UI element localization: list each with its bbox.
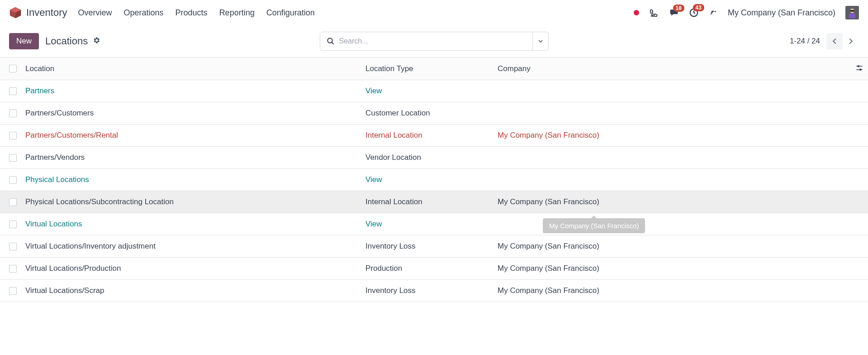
cell-location[interactable]: Virtual Locations/Inventory adjustment	[25, 242, 365, 251]
row-checkbox[interactable]	[9, 176, 17, 184]
row-checkbox-cell	[0, 87, 25, 95]
row-checkbox-cell	[0, 110, 25, 117]
search-box	[320, 32, 549, 51]
svg-point-16	[860, 69, 861, 70]
topnav-right: 18 43 My Company (San Francisco)	[634, 6, 859, 19]
tooltip: My Company (San Francisco)	[543, 218, 645, 233]
row-checkbox[interactable]	[9, 110, 17, 117]
nav-links: Overview Operations Products Reporting C…	[78, 8, 634, 18]
search-main[interactable]	[320, 32, 533, 50]
cell-location[interactable]: Physical Locations/Subcontracting Locati…	[25, 197, 365, 206]
cell-company: My Company (San Francisco)	[498, 242, 868, 251]
pager-next[interactable]	[843, 33, 859, 49]
table-row[interactable]: Partners/CustomersCustomer Location	[0, 102, 868, 125]
nav-products[interactable]: Products	[175, 8, 208, 18]
pager-buttons	[826, 33, 859, 49]
table-row[interactable]: Virtual Locations/ProductionProductionMy…	[0, 258, 868, 280]
cell-location[interactable]: Partners/Vendors	[25, 153, 365, 162]
phone-icon[interactable]	[649, 8, 659, 18]
company-switcher[interactable]: My Company (San Francisco)	[728, 8, 835, 18]
svg-rect-9	[849, 14, 855, 18]
row-checkbox-cell	[0, 132, 25, 139]
row-checkbox-cell	[0, 265, 25, 273]
cell-location[interactable]: Virtual Locations/Production	[25, 264, 365, 273]
row-checkbox[interactable]	[9, 287, 17, 295]
debug-icon[interactable]	[709, 8, 718, 17]
cell-location[interactable]: Partners/Customers/Rental	[25, 131, 365, 140]
pager-text[interactable]: 1-24 / 24	[790, 37, 820, 46]
row-checkbox[interactable]	[9, 198, 17, 206]
row-checkbox[interactable]	[9, 265, 17, 273]
search-dropdown-toggle[interactable]	[533, 32, 548, 50]
cell-type: View	[365, 175, 498, 184]
top-nav: Inventory Overview Operations Products R…	[0, 0, 868, 25]
select-all-checkbox[interactable]	[9, 65, 17, 72]
table-row[interactable]: Physical LocationsView	[0, 169, 868, 191]
cell-location[interactable]: Partners	[25, 86, 365, 96]
row-checkbox[interactable]	[9, 243, 17, 250]
cell-type: Inventory Loss	[365, 242, 498, 251]
app-title[interactable]: Inventory	[26, 7, 67, 19]
table-row[interactable]: Virtual Locations/ScrapInventory LossMy …	[0, 280, 868, 302]
header-location[interactable]: Location	[25, 64, 365, 73]
row-checkbox[interactable]	[9, 87, 17, 95]
cell-company: My Company (San Francisco)	[498, 131, 868, 140]
messages-icon[interactable]: 18	[669, 8, 679, 17]
nav-operations[interactable]: Operations	[124, 8, 164, 18]
header-checkbox-cell	[0, 65, 25, 72]
cell-company: My Company (San Francisco)	[498, 286, 868, 295]
header-type[interactable]: Location Type	[365, 64, 498, 73]
cell-location[interactable]: Virtual Locations/Scrap	[25, 286, 365, 295]
nav-configuration[interactable]: Configuration	[266, 8, 315, 18]
svg-point-5	[654, 16, 654, 16]
svg-point-14	[858, 65, 859, 67]
cell-location[interactable]: Partners/Customers	[25, 109, 365, 118]
activities-badge: 43	[693, 4, 704, 11]
svg-point-11	[327, 38, 332, 43]
search-input[interactable]	[339, 37, 526, 45]
cell-type: Vendor Location	[365, 153, 498, 162]
row-checkbox[interactable]	[9, 132, 17, 139]
cell-company: My Company (San Francisco)My Company (Sa…	[498, 197, 868, 206]
table-row[interactable]: Virtual Locations/Inventory adjustmentIn…	[0, 235, 868, 258]
table-row[interactable]: Virtual LocationsView	[0, 213, 868, 235]
cell-location[interactable]: Virtual Locations	[25, 220, 365, 229]
row-checkbox[interactable]	[9, 221, 17, 228]
row-checkbox-cell	[0, 243, 25, 250]
nav-overview[interactable]: Overview	[78, 8, 112, 18]
table-row[interactable]: Partners/VendorsVendor Location	[0, 147, 868, 169]
chevron-right-icon	[848, 38, 854, 44]
table-area: Location Location Type Company PartnersV…	[0, 57, 868, 302]
table-row[interactable]: Partners/Customers/RentalInternal Locati…	[0, 125, 868, 147]
svg-point-4	[652, 16, 653, 16]
table-row[interactable]: Physical Locations/Subcontracting Locati…	[0, 191, 868, 213]
table-row[interactable]: PartnersView	[0, 80, 868, 102]
app-logo[interactable]	[9, 6, 22, 19]
new-button[interactable]: New	[9, 33, 39, 49]
cell-company: My Company (San Francisco)	[498, 264, 868, 273]
search-icon	[327, 37, 335, 45]
page-title: Locations	[45, 35, 88, 47]
svg-point-3	[651, 16, 652, 16]
row-checkbox-cell	[0, 221, 25, 228]
adjust-columns-icon[interactable]	[855, 64, 863, 74]
cell-type: Internal Location	[365, 197, 498, 206]
svg-rect-10	[850, 10, 854, 12]
recording-indicator	[634, 10, 639, 15]
nav-reporting[interactable]: Reporting	[219, 8, 255, 18]
gear-icon[interactable]	[92, 36, 100, 46]
user-avatar[interactable]	[845, 6, 859, 19]
row-checkbox[interactable]	[9, 154, 17, 162]
cell-type: Production	[365, 264, 498, 273]
pager-prev[interactable]	[826, 33, 843, 49]
header-company[interactable]: Company	[498, 64, 868, 73]
cell-type: Inventory Loss	[365, 286, 498, 295]
svg-line-12	[332, 42, 334, 44]
activities-icon[interactable]: 43	[689, 8, 699, 18]
cell-type: View	[365, 86, 498, 96]
cell-type: Customer Location	[365, 109, 498, 118]
cell-location[interactable]: Physical Locations	[25, 175, 365, 184]
table-body: PartnersViewPartners/CustomersCustomer L…	[0, 80, 868, 302]
messages-badge: 18	[673, 5, 684, 12]
cell-type: View	[365, 220, 498, 229]
